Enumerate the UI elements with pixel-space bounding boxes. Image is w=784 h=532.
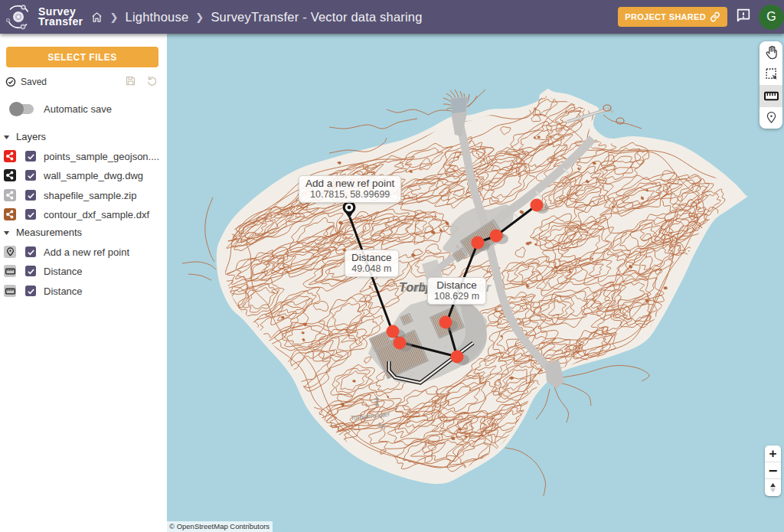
svg-text:Torbj: Torbj — [399, 281, 430, 294]
svg-text:fyr: fyr — [378, 422, 386, 429]
